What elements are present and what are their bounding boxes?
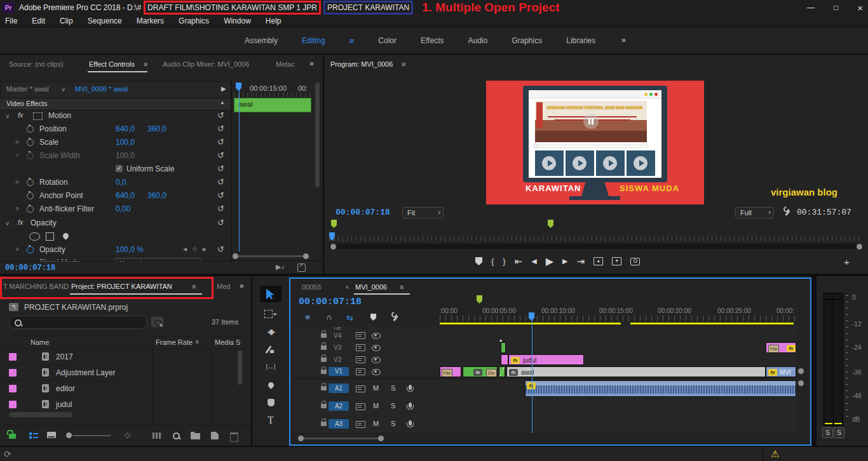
- solo-button[interactable]: S: [391, 402, 395, 410]
- close-button[interactable]: ×: [857, 3, 863, 13]
- position-row[interactable]: Position 640,0 360,0 ↺: [0, 123, 230, 137]
- column-frame-rate[interactable]: Frame Rate: [156, 338, 193, 346]
- sort-up-icon[interactable]: ∧: [195, 338, 200, 345]
- reset-icon[interactable]: ↺: [217, 151, 224, 159]
- mute-button[interactable]: M: [373, 384, 379, 392]
- track-label-active[interactable]: A1: [329, 384, 349, 393]
- clip-transition[interactable]: [499, 366, 505, 377]
- voiceover-mic-icon[interactable]: [409, 403, 412, 408]
- sync-status-icon[interactable]: ⟳: [4, 449, 11, 459]
- source-patch-icon[interactable]: [356, 421, 365, 428]
- anchor-point-row[interactable]: Anchor Point 640,0 360,0 ↺: [0, 189, 230, 203]
- search-bin-button[interactable]: [151, 317, 163, 327]
- opacity-row[interactable]: > Opacity 100,0 % ◀ ◇ ▶ ↺: [0, 243, 230, 257]
- lock-icon[interactable]: [321, 386, 327, 391]
- lock-icon[interactable]: [321, 370, 327, 374]
- menu-file[interactable]: File: [5, 17, 17, 25]
- lock-icon[interactable]: [321, 333, 327, 338]
- search-input[interactable]: [9, 316, 147, 329]
- tab-sequence-mvi0006[interactable]: MVI_0006: [355, 283, 387, 291]
- track-a3[interactable]: A3 M S: [290, 415, 797, 434]
- item-name[interactable]: judul: [56, 400, 72, 409]
- reset-icon[interactable]: ↺: [217, 178, 224, 186]
- nest-toggle-icon[interactable]: ✳: [304, 313, 311, 322]
- clear-button[interactable]: [230, 432, 238, 442]
- menu-edit[interactable]: Edit: [32, 17, 45, 25]
- icon-view-button[interactable]: [47, 432, 56, 438]
- program-monitor-title[interactable]: Program: MVI_0006: [330, 60, 393, 68]
- mute-button[interactable]: M: [373, 420, 379, 427]
- playback-quality-dropdown[interactable]: Full: [735, 207, 774, 218]
- ec-scroll-knob-left[interactable]: [233, 253, 238, 259]
- workspace-tab-libraries[interactable]: Libraries: [566, 36, 595, 45]
- menu-clip[interactable]: Clip: [60, 17, 73, 25]
- lock-icon[interactable]: [321, 404, 327, 408]
- menu-help[interactable]: Help: [266, 17, 281, 25]
- timeline-scroll-knob-right[interactable]: [378, 436, 384, 441]
- opacity-group-row[interactable]: ∨ fx Opacity ↺: [0, 217, 230, 230]
- go-to-in-button[interactable]: ⇤: [515, 256, 523, 267]
- reset-icon[interactable]: ↺: [217, 164, 224, 173]
- sequence-marker-icon[interactable]: [477, 295, 482, 304]
- menu-sequence[interactable]: Sequence: [88, 17, 122, 25]
- zoom-slider-track[interactable]: [72, 435, 111, 436]
- source-patch-icon[interactable]: [356, 344, 365, 351]
- menu-window[interactable]: Window: [224, 17, 251, 25]
- menu-markers[interactable]: Markers: [137, 17, 164, 25]
- new-item-button[interactable]: [211, 432, 219, 439]
- freeform-view-button[interactable]: [153, 432, 161, 439]
- reset-icon[interactable]: ↺: [217, 124, 224, 133]
- expand-icon[interactable]: ∨: [5, 112, 10, 119]
- pen-mask-icon[interactable]: [62, 232, 70, 240]
- motion-effect-row[interactable]: ∨ fx Motion ↺: [0, 109, 230, 123]
- antiflicker-value[interactable]: 0,00: [116, 204, 130, 213]
- reset-icon[interactable]: ↺: [217, 204, 224, 213]
- pen-tool[interactable]: [260, 377, 281, 393]
- rotation-value[interactable]: 0,0: [116, 178, 126, 187]
- toggle-output-icon[interactable]: [372, 333, 381, 339]
- source-patch-icon[interactable]: [356, 356, 365, 363]
- timeline-timecode[interactable]: 00:00:07:18: [299, 297, 362, 307]
- chevron-down-icon[interactable]: ∨: [61, 86, 65, 93]
- expand-icon[interactable]: ∨: [5, 220, 10, 227]
- project-row-judul[interactable]: judul: [0, 397, 241, 413]
- solo-button[interactable]: S: [391, 384, 395, 392]
- track-v2[interactable]: V2 fx judul: [290, 354, 797, 366]
- timeline-settings-icon[interactable]: [391, 313, 399, 321]
- workspace-tab-editing[interactable]: Editing: [302, 36, 325, 45]
- program-ruler[interactable]: [329, 236, 863, 241]
- label-color-swatch[interactable]: [9, 401, 17, 408]
- label-color-swatch[interactable]: [9, 353, 17, 361]
- uniform-scale-checkbox[interactable]: ✓: [116, 165, 123, 172]
- scale-value[interactable]: 100,0: [116, 138, 135, 147]
- reset-icon[interactable]: ↺: [217, 245, 224, 253]
- rect-mask-icon[interactable]: [46, 232, 54, 241]
- type-tool[interactable]: T: [260, 412, 281, 429]
- stopwatch-icon[interactable]: [27, 206, 34, 213]
- mark-in-button[interactable]: {: [491, 257, 494, 266]
- track-label[interactable]: V3: [334, 344, 341, 351]
- program-menu-icon[interactable]: ≡: [402, 60, 405, 68]
- mark-out-button[interactable]: }: [503, 257, 505, 266]
- timeline-scroll-knob-left[interactable]: [298, 436, 304, 441]
- track-v3[interactable]: V3 ▴ File fx: [290, 342, 797, 354]
- item-name[interactable]: 2017: [56, 352, 73, 361]
- column-name[interactable]: Name: [31, 338, 49, 346]
- track-label-active[interactable]: A3: [329, 419, 349, 429]
- anchor-x-value[interactable]: 640,0: [116, 191, 135, 200]
- reset-icon[interactable]: ↺: [217, 218, 224, 227]
- label-color-swatch[interactable]: [9, 385, 17, 392]
- stopwatch-icon[interactable]: [27, 192, 34, 199]
- extract-button[interactable]: ▼: [612, 257, 621, 265]
- panel-overflow-icon[interactable]: »: [309, 59, 314, 68]
- track-label-active[interactable]: A2: [329, 401, 349, 411]
- solo-button[interactable]: S: [391, 420, 395, 427]
- column-media-start[interactable]: Media S: [215, 338, 240, 346]
- opacity-value[interactable]: 100,0 %: [116, 245, 144, 254]
- project-horizontal-scrollbar[interactable]: [9, 412, 72, 417]
- workspace-tab-audio[interactable]: Audio: [468, 36, 487, 45]
- ec-clip-bar[interactable]: awal: [234, 98, 311, 112]
- clip-awal[interactable]: fx awal: [506, 366, 766, 377]
- track-a1[interactable]: A1 M S fx: [290, 380, 797, 398]
- project-overflow-icon[interactable]: »: [240, 281, 244, 290]
